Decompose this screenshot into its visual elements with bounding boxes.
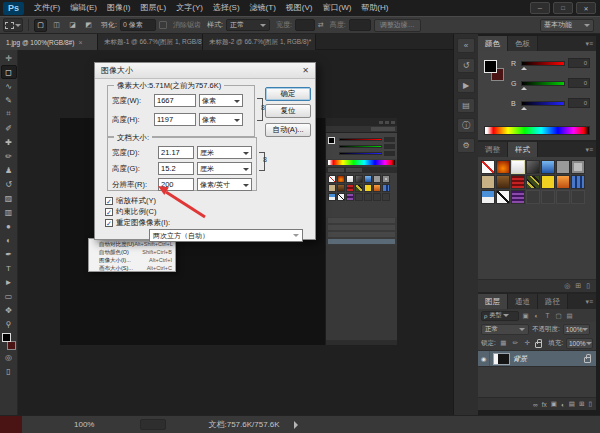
panel-menu-icon[interactable]: ▾≡	[585, 142, 596, 157]
fill-select[interactable]: 100%	[566, 338, 593, 349]
zoom-level[interactable]: 100%	[74, 420, 94, 429]
tab-adjustments[interactable]: 调整	[478, 142, 508, 157]
foreground-color-swatch[interactable]	[484, 60, 497, 73]
style-swatch[interactable]	[481, 190, 495, 204]
style-swatch[interactable]	[496, 160, 510, 174]
dodge-tool[interactable]: ◐	[1, 233, 17, 247]
zoom-tool[interactable]: ⚲	[1, 317, 17, 331]
ok-button[interactable]: 确定	[265, 87, 311, 101]
collapse-panels-icon[interactable]: «	[457, 38, 475, 53]
menu-file[interactable]: 文件(F)	[29, 0, 65, 16]
pixel-height-unit-select[interactable]: 像素	[199, 113, 243, 126]
red-value[interactable]: 0	[568, 58, 590, 68]
antialias-checkbox[interactable]	[159, 21, 167, 29]
tool-preset-picker[interactable]	[3, 18, 23, 32]
maximize-button[interactable]: □	[553, 2, 573, 14]
spot-healing-tool[interactable]: ✚	[1, 135, 17, 149]
actions-panel-icon[interactable]: ▶	[457, 78, 475, 93]
pixel-width-unit-select[interactable]: 像素	[199, 94, 243, 107]
minimize-button[interactable]: ─	[530, 2, 550, 14]
style-swatch[interactable]	[511, 190, 525, 204]
info-panel-icon[interactable]: ⓘ	[457, 118, 475, 133]
path-selection-tool[interactable]: ►	[1, 275, 17, 289]
eraser-tool[interactable]: ▨	[1, 191, 17, 205]
clear-style-icon[interactable]: ◎	[564, 282, 570, 290]
gradient-tool[interactable]: ▥	[1, 205, 17, 219]
tab-paths[interactable]: 路径	[538, 294, 568, 309]
layer-effects-icon[interactable]: fx	[542, 401, 547, 408]
style-swatch[interactable]	[481, 160, 495, 174]
tab-styles[interactable]: 样式	[508, 142, 538, 157]
menu-type[interactable]: 文字(Y)	[171, 0, 208, 16]
crop-tool[interactable]: ⌗	[1, 107, 17, 121]
refine-edge-button[interactable]: 调整边缘…	[374, 19, 421, 32]
menu-window[interactable]: 窗口(W)	[317, 0, 356, 16]
style-swatch[interactable]	[556, 175, 570, 189]
quick-selection-tool[interactable]: ✎	[1, 93, 17, 107]
style-swatch[interactable]	[541, 175, 555, 189]
menu-select[interactable]: 选择(S)	[208, 0, 245, 16]
adjustment-layer-icon[interactable]: ◐	[561, 401, 565, 408]
filter-smart-icon[interactable]: ▤	[565, 312, 574, 320]
tab-color[interactable]: 颜色	[478, 36, 508, 51]
quick-mask-button[interactable]: ◎	[1, 350, 17, 364]
style-swatch[interactable]	[526, 160, 540, 174]
green-slider[interactable]	[521, 81, 565, 86]
clone-stamp-tool[interactable]: ♟	[1, 163, 17, 177]
layer-row-background[interactable]: ◉ 背景	[478, 350, 596, 367]
dialog-close-icon[interactable]: ✕	[302, 66, 309, 75]
style-select[interactable]: 正常	[226, 19, 270, 31]
layer-filter-select[interactable]: ρ 类型	[481, 311, 519, 321]
filter-type-icon[interactable]: T	[543, 312, 552, 319]
resolution-input[interactable]	[158, 178, 194, 191]
visibility-eye-icon[interactable]: ◉	[478, 351, 490, 366]
menu-filter[interactable]: 滤镜(T)	[245, 0, 281, 16]
rectangle-tool[interactable]: ▭	[1, 289, 17, 303]
green-value[interactable]: 0	[568, 78, 590, 88]
filter-adjustment-icon[interactable]: ◐	[532, 312, 541, 319]
auto-button[interactable]: 自动(A)...	[265, 123, 311, 137]
blend-mode-select[interactable]: 正常	[481, 324, 529, 335]
history-panel-icon[interactable]: ↺	[457, 58, 475, 73]
menu-help[interactable]: 帮助(H)	[356, 0, 393, 16]
layer-name[interactable]: 背景	[513, 354, 581, 364]
lock-pixels-icon[interactable]: ✏	[511, 339, 520, 347]
color-spectrum-ramp[interactable]	[484, 126, 590, 135]
tab-1jpg[interactable]: 1.jpg @ 100%(RGB/8#) ×	[0, 34, 98, 50]
menu-edit[interactable]: 编辑(E)	[65, 0, 102, 16]
style-swatch[interactable]	[541, 160, 555, 174]
menu-item-image-size[interactable]: 图像大小(I)... Alt+Ctrl+I	[89, 256, 175, 264]
pixel-width-input[interactable]	[154, 94, 196, 107]
style-swatch[interactable]	[556, 160, 570, 174]
status-menu-arrow-icon[interactable]	[294, 421, 302, 429]
filter-shape-icon[interactable]: ▢	[554, 312, 563, 320]
tab-layers[interactable]: 图层	[478, 294, 508, 309]
delete-style-icon[interactable]: ▯	[586, 282, 590, 290]
lock-transparency-icon[interactable]: ▦	[499, 339, 508, 347]
tab-swatches[interactable]: 色板	[508, 36, 538, 51]
doc-height-input[interactable]	[158, 162, 194, 175]
menu-item-canvas-size[interactable]: 画布大小(S)... Alt+Ctrl+C	[89, 264, 175, 272]
new-style-icon[interactable]: ⊞	[575, 282, 581, 290]
swap-dimensions-icon[interactable]: ⇄	[318, 21, 324, 29]
style-swatch[interactable]	[526, 175, 540, 189]
height-input[interactable]	[349, 19, 371, 31]
menu-item-auto-color[interactable]: 自动颜色(O) Shift+Ctrl+B	[89, 248, 175, 256]
tab-untitled-1[interactable]: 未标题-1 @ 66.7%(图层 1, RGB/8)* ×	[98, 34, 203, 50]
feather-input[interactable]: 0 像素	[120, 19, 156, 31]
scale-styles-checkbox[interactable]: ✓	[105, 197, 113, 205]
tab-close-icon[interactable]: ×	[315, 39, 316, 46]
new-group-icon[interactable]: ▤	[569, 400, 575, 408]
color-swatches[interactable]	[1, 333, 17, 350]
subtract-selection-button[interactable]: ◪	[66, 19, 79, 32]
tab-close-icon[interactable]: ×	[78, 39, 82, 46]
style-swatch[interactable]	[571, 175, 585, 189]
style-swatch[interactable]	[496, 190, 510, 204]
doc-width-unit-select[interactable]: 厘米	[197, 146, 252, 159]
style-swatch[interactable]	[571, 160, 585, 174]
pixel-height-input[interactable]	[154, 113, 196, 126]
hand-tool[interactable]: ✥	[1, 303, 17, 317]
menu-image[interactable]: 图像(I)	[102, 0, 136, 16]
red-slider[interactable]	[521, 61, 565, 66]
lock-position-icon[interactable]: ✛	[523, 339, 532, 347]
